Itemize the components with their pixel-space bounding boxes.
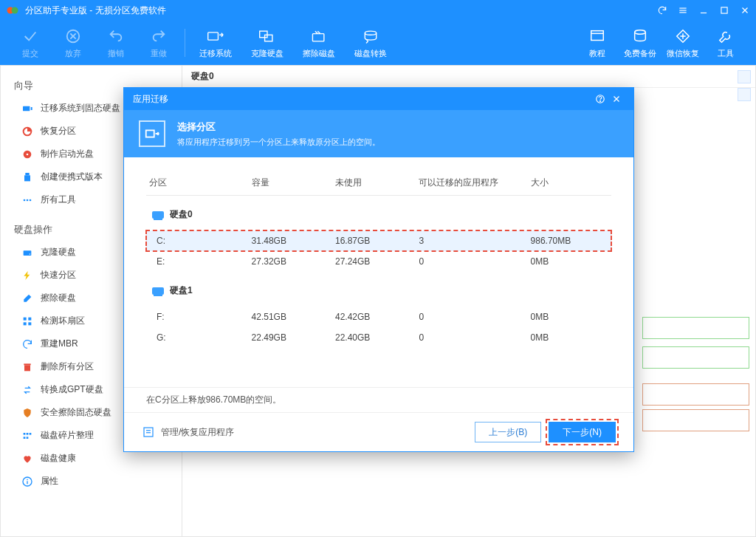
col-size: 大小	[528, 171, 611, 196]
migrate-os-button[interactable]: 迁移系统	[190, 22, 241, 64]
sidebar-diskop-item[interactable]: 属性	[1, 470, 182, 493]
cell-size: 0MB	[528, 307, 611, 327]
maximize-icon[interactable]	[719, 5, 729, 16]
sidebar-item-label: 磁盘健康	[41, 452, 76, 465]
svg-rect-20	[23, 106, 30, 111]
next-button[interactable]: 下一步(N)	[549, 422, 616, 442]
cell-free: 27.24GB	[332, 251, 416, 272]
sidebar-item-label: 恢复分区	[41, 125, 76, 137]
eraser-icon	[21, 293, 33, 304]
view-grid-button[interactable]	[738, 70, 751, 83]
dialog-title: 应用迁移	[133, 93, 592, 106]
svg-point-44	[27, 479, 28, 480]
cell-free: 22.40GB	[332, 327, 416, 348]
partition-row[interactable]: C: 31.48GB 16.87GB 3 986.70MB	[146, 230, 611, 251]
cell-free: 42.42GB	[332, 307, 416, 327]
dialog-footnote: 在C分区上释放986.70MB的空间。	[124, 387, 633, 413]
cell-partition: G:	[146, 327, 249, 348]
close-icon[interactable]	[740, 5, 750, 16]
cell-apps: 0	[416, 251, 527, 272]
refresh-icon[interactable]	[657, 5, 667, 16]
dialog-heading: 选择分区	[177, 120, 380, 134]
dialog-close-button[interactable]	[608, 94, 625, 104]
minimize-icon[interactable]	[698, 5, 709, 16]
clone-disk-button[interactable]: 克隆硬盘	[241, 22, 293, 64]
sidebar-item-label: 擦除硬盘	[41, 292, 76, 304]
svg-rect-17	[591, 30, 604, 40]
partition-row[interactable]: G: 22.49GB 22.40GB 0 0MB	[146, 327, 611, 348]
grid-icon	[21, 315, 33, 327]
undo-button[interactable]: 撤销	[94, 22, 137, 64]
disc-icon	[21, 148, 33, 160]
partition-bar	[642, 383, 749, 406]
tools-button[interactable]: 工具	[704, 22, 747, 64]
redo-button[interactable]: 重做	[137, 22, 180, 64]
backup-button[interactable]: 免费备份	[619, 22, 662, 64]
svg-rect-33	[28, 317, 31, 320]
col-partition: 分区	[146, 171, 249, 196]
disk0-header: 硬盘0	[182, 66, 755, 88]
back-button[interactable]: 上一步(B)	[475, 422, 541, 442]
discard-button[interactable]: 放弃	[52, 22, 94, 64]
titlebar: 分区助手专业版 - 无损分区免费软件	[0, 0, 756, 21]
sidebar-item-label: 安全擦除固态硬盘	[41, 406, 111, 419]
svg-rect-30	[24, 250, 32, 256]
ssd-icon	[21, 103, 33, 114]
cell-capacity: 31.48GB	[249, 230, 332, 251]
svg-rect-40	[30, 433, 32, 435]
manage-apps-link[interactable]: 管理/恢复应用程序	[142, 425, 234, 439]
sidebar-item-label: 属性	[41, 475, 58, 488]
sidebar-item-label: 删除所有分区	[41, 360, 94, 373]
disk-icon	[152, 287, 164, 295]
cell-apps: 0	[416, 327, 527, 348]
dialog-header: 选择分区 将应用程序迁移到另一个分区上来释放原分区上的空间。	[124, 110, 633, 157]
hdd-icon	[21, 247, 33, 259]
defrag-icon	[21, 430, 33, 442]
sidebar-item-label: 创建便携式版本	[41, 171, 103, 183]
svg-rect-50	[146, 130, 154, 137]
sidebar-item-label: 迁移系统到固态硬盘	[41, 102, 120, 114]
erase-disk-button[interactable]: 擦除磁盘	[293, 22, 345, 64]
svg-rect-26	[24, 175, 30, 181]
sidebar-item-label: 制作启动光盘	[41, 148, 94, 160]
cell-size: 986.70MB	[528, 230, 611, 251]
trash-icon	[21, 361, 33, 373]
cell-capacity: 42.51GB	[249, 307, 332, 327]
partition-row[interactable]: E: 27.32GB 27.24GB 0 0MB	[146, 251, 611, 272]
convert-disk-button[interactable]: 磁盘转换	[345, 22, 396, 64]
svg-point-29	[30, 199, 32, 201]
col-unused: 未使用	[332, 171, 416, 196]
sidebar-item-label: 重建MBR	[41, 338, 78, 350]
sidebar-item-label: 快速分区	[41, 269, 76, 281]
wechat-recovery-button[interactable]: 微信恢复	[662, 22, 704, 64]
col-apps: 可以迁移的应用程序	[416, 171, 527, 196]
dialog-titlebar: 应用迁移	[124, 88, 633, 110]
tutorial-button[interactable]: 教程	[576, 22, 619, 64]
cell-apps: 3	[416, 230, 527, 251]
disk-icon	[152, 211, 164, 219]
partition-row[interactable]: F: 42.51GB 42.42GB 0 0MB	[146, 307, 611, 327]
svg-rect-35	[28, 322, 31, 325]
app-logo-icon	[6, 4, 19, 17]
cell-partition: E:	[146, 251, 249, 272]
svg-rect-12	[208, 32, 219, 39]
sidebar-item-label: 磁盘碎片整理	[41, 429, 94, 442]
commit-button[interactable]: 提交	[9, 22, 52, 64]
svg-rect-36	[24, 365, 30, 371]
view-list-button[interactable]	[738, 88, 751, 101]
svg-point-27	[24, 199, 26, 201]
svg-rect-25	[25, 173, 29, 175]
svg-rect-38	[24, 433, 26, 435]
pie-icon	[21, 126, 33, 137]
partition-table: 分区 容量 未使用 可以迁移的应用程序 大小 硬盘0 C: 31.48GB 16…	[146, 171, 611, 348]
dialog-help-button[interactable]	[592, 94, 608, 104]
svg-rect-51	[144, 428, 153, 437]
menu-icon[interactable]	[678, 5, 688, 16]
svg-rect-39	[27, 433, 29, 435]
svg-point-16	[365, 31, 376, 35]
list-icon	[142, 425, 155, 439]
svg-rect-6	[721, 7, 727, 13]
disk-group: 硬盘0	[149, 201, 608, 225]
heart-icon	[21, 453, 33, 465]
dialog-body: 分区 容量 未使用 可以迁移的应用程序 大小 硬盘0 C: 31.48GB 16…	[124, 157, 633, 387]
